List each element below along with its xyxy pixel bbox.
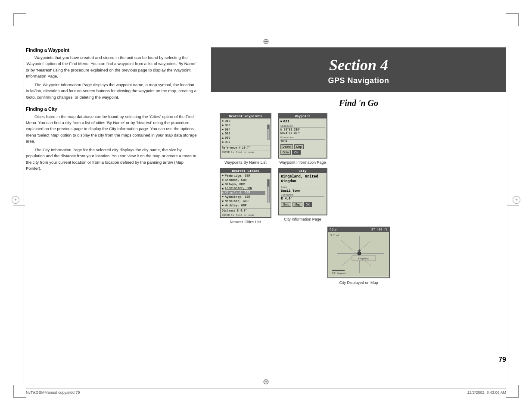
- waypoint-info-body: ■ 001 Location N 38°51.338' W094°47.927'…: [279, 118, 327, 156]
- section-number: Section 4: [224, 56, 493, 74]
- list-item: Pembridge, GBR: [222, 174, 265, 178]
- para-city-1: Cities listed in the map database can be…: [26, 114, 198, 144]
- svg-rect-8: [332, 270, 345, 271]
- mid-line-left: [13, 206, 25, 206]
- list-item: 010: [222, 119, 265, 124]
- nearest-cities-container: Nearest Cities Pembridge, GBR Shobdon, G…: [220, 168, 271, 224]
- left-border-line: [24, 47, 24, 383]
- location-label: Location: [280, 125, 325, 128]
- list-item: Weobley, GBR: [222, 204, 265, 208]
- right-column: Section 4 GPS Navigation Find 'n Go Near…: [211, 47, 506, 383]
- find-n-go-title: Find 'n Go: [220, 98, 498, 108]
- svg-text:Kingsland: Kingsland: [358, 257, 369, 260]
- screens-row-2: Nearest Cities Pembridge, GBR Shobdon, G…: [220, 168, 498, 224]
- city-info-label: City Information Page: [284, 217, 321, 221]
- right-border-line: [508, 47, 508, 383]
- list-item: 005: [222, 132, 265, 136]
- list-item: Monkland, GBR: [222, 199, 265, 204]
- size-value: Small Town: [281, 189, 324, 193]
- city-map-title-bar: City BT 450 ft: [328, 227, 389, 232]
- svg-text:5.7 mi: 5.7 mi: [330, 234, 339, 237]
- list-item: Shobdon, GBR: [222, 178, 265, 183]
- reg-mark-right: [513, 196, 520, 204]
- map-button[interactable]: Map: [294, 144, 304, 149]
- ok-button[interactable]: OK: [292, 150, 300, 155]
- waypoint-id: 001: [283, 119, 289, 123]
- location-value1: N 38°51.338': [280, 128, 325, 131]
- waypoints-list-screen: Nearest Waypoints 010 003 004 005 006 00…: [220, 113, 271, 159]
- city-info-screen: City Kingsland, United Kingdom Size Smal…: [278, 168, 327, 215]
- list-item: 007: [222, 140, 265, 145]
- scroll-indicator: [267, 125, 270, 140]
- city-name: Kingsland, United Kingdom: [281, 174, 324, 184]
- reg-mark-top: ⊕: [263, 37, 269, 46]
- waypoint-buttons-row1: Delete Map: [280, 144, 325, 149]
- scroll-indicator: [267, 179, 270, 202]
- waypoints-list: 010 003 004 005 006 007: [221, 118, 271, 146]
- corner-mark-br: [506, 385, 519, 398]
- waypoint-info-container: Waypoint ■ 001 Location N 38°51.338' W09…: [278, 113, 327, 165]
- distance-label: Distance: [281, 193, 324, 197]
- para-city-2: The City Information Page for the select…: [26, 147, 198, 171]
- elevation-value: 1059:: [280, 140, 325, 143]
- footer-left: NvTikGSMManual copy.indd 79: [26, 390, 80, 395]
- waypoints-title-bar: Nearest Waypoints: [221, 114, 271, 118]
- list-item: 006: [222, 136, 265, 140]
- list-item: 003: [222, 124, 265, 128]
- heading-finding-waypoint: Finding a Waypoint: [26, 47, 198, 53]
- elevation-label: Elevation: [280, 136, 325, 140]
- city-info-container: City Kingsland, United Kingdom Size Smal…: [278, 168, 327, 224]
- page-layout: Finding a Waypoint Waypoints that you ha…: [26, 47, 506, 383]
- scroll-thumb: [268, 180, 269, 187]
- scroll-thumb: [268, 125, 269, 129]
- waypoints-footer2: ENTER to find by name: [221, 150, 271, 154]
- corner-mark-bl: [13, 385, 26, 398]
- nearest-cities-title-bar: Nearest Cities: [221, 169, 271, 173]
- cities-list: Pembridge, GBR Shobdon, GBR Dilwyn, GBR …: [221, 173, 271, 209]
- list-item: Aymestrey, GBR: [222, 195, 265, 199]
- para-waypoint-1: Waypoints that you have created and stor…: [26, 55, 198, 79]
- mid-line-right: [507, 206, 519, 206]
- section-title: GPS Navigation: [224, 76, 493, 85]
- list-item: Leominster, GBR: [222, 187, 265, 191]
- goto-button[interactable]: Goto: [280, 150, 291, 155]
- left-column: Finding a Waypoint Waypoints that you ha…: [26, 47, 211, 383]
- city-ok-button[interactable]: OK: [304, 202, 312, 207]
- waypoints-list-label: Waypoints By Name List: [224, 160, 267, 165]
- waypoint-info-title-bar: Waypoint: [279, 114, 327, 118]
- city-map-button[interactable]: Map: [292, 202, 302, 207]
- city-map-screen: City BT 450 ft: [327, 227, 390, 278]
- waypoint-bullet: ■: [280, 120, 282, 123]
- waypoint-info-label: Waypoint Information Page: [279, 160, 326, 165]
- cities-footer-text: Distance E 4.0°: [222, 209, 247, 212]
- city-map-section: City BT 450 ft: [220, 227, 498, 285]
- waypoints-footer: Reference N 10.7°: [221, 146, 271, 150]
- list-item: Kingsland, GBR: [222, 191, 265, 195]
- city-info-title-bar: City: [279, 169, 327, 173]
- svg-text:0.3°: 0.3°: [332, 272, 336, 274]
- svg-text:Kingsland: Kingsland: [337, 272, 345, 274]
- list-item: Dilwyn, GBR: [222, 183, 265, 187]
- right-content: Find 'n Go Nearest Waypoints 010 003 004…: [211, 92, 506, 383]
- waypoint-name: ■ 001: [280, 119, 325, 123]
- city-map-title: City: [330, 228, 337, 231]
- list-item: 004: [222, 128, 265, 132]
- waypoint-info-screen: Waypoint ■ 001 Location N 38°51.338' W09…: [278, 113, 327, 159]
- screens-row-1: Nearest Waypoints 010 003 004 005 006 00…: [220, 113, 498, 165]
- nearest-cities-label: Nearest Cities List: [230, 220, 261, 224]
- size-label: Size: [281, 186, 324, 189]
- cities-footer2: ENTER to find by name: [221, 213, 271, 217]
- city-map-caption: City Displayed on Map: [339, 280, 378, 285]
- city-info-body: Kingsland, United Kingdom Size Small Tow…: [279, 173, 327, 208]
- waypoint-buttons-row2: Goto OK: [280, 150, 325, 155]
- heading-finding-city: Finding a City: [26, 106, 198, 112]
- waypoints-list-container: Nearest Waypoints 010 003 004 005 006 00…: [220, 113, 271, 165]
- para-waypoint-2: The Waypoint Information Page displays t…: [26, 82, 198, 100]
- waypoints-footer-text: Reference N 10.7°: [222, 146, 250, 149]
- nearest-cities-screen: Nearest Cities Pembridge, GBR Shobdon, G…: [220, 168, 271, 218]
- city-map-top-info: BT 450 ft: [371, 228, 388, 231]
- distance-value: E 4.0°: [281, 197, 324, 200]
- city-goto-button[interactable]: Goto: [281, 202, 291, 207]
- corner-mark-tl: [13, 13, 26, 26]
- delete-button[interactable]: Delete: [280, 144, 293, 149]
